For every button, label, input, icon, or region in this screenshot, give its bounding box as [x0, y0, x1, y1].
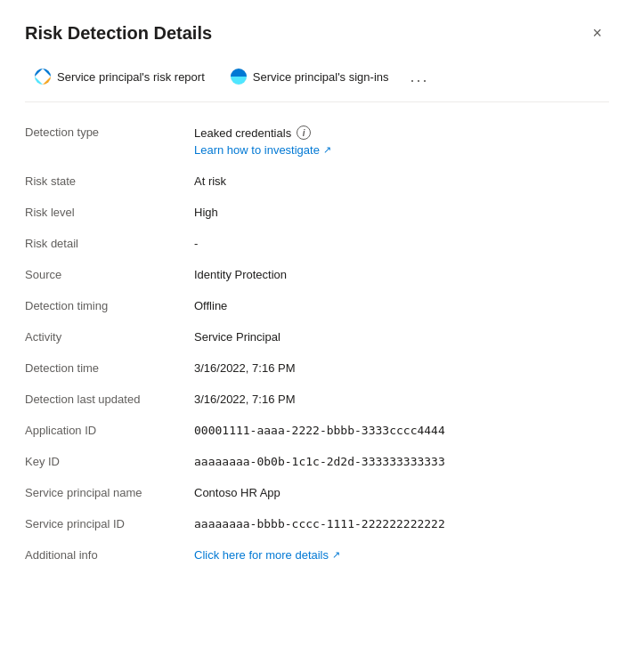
additional-info-external-icon: ↗ — [332, 549, 340, 561]
close-button[interactable]: × — [585, 21, 609, 45]
application-id-value: 00001111-aaaa-2222-bbbb-3333cccc4444 — [194, 415, 609, 446]
risk-level-label: Risk level — [25, 197, 194, 228]
risk-report-label: Service principal's risk report — [57, 70, 205, 84]
source-label: Source — [25, 259, 194, 290]
signins-label: Service principal's sign-ins — [253, 70, 389, 84]
detection-type-label: Detection type — [25, 117, 194, 148]
additional-info-label: Additional info — [25, 539, 194, 571]
service-principal-name-label: Service principal name — [25, 477, 194, 508]
service-principal-id-label: Service principal ID — [25, 508, 194, 539]
more-button[interactable]: ... — [405, 65, 435, 88]
risk-detail-label: Risk detail — [25, 228, 194, 259]
click-more-details-link[interactable]: Click here for more details ↗ — [194, 548, 609, 562]
detection-type-value: Leaked credentials i Learn how to invest… — [194, 117, 609, 166]
risk-state-value: At risk — [194, 166, 609, 197]
activity-value: Service Principal — [194, 321, 609, 352]
risk-report-link[interactable]: Service principal's risk report — [25, 62, 214, 91]
details-grid: Detection type Leaked credentials i Lear… — [25, 117, 609, 571]
info-icon[interactable]: i — [297, 125, 311, 140]
risk-state-label: Risk state — [25, 166, 194, 197]
activity-label: Activity — [25, 321, 194, 352]
key-id-value: aaaaaaaa-0b0b-1c1c-2d2d-333333333333 — [194, 446, 609, 477]
detection-time-value: 3/16/2022, 7:16 PM — [194, 352, 609, 384]
risk-detail-value: - — [194, 228, 609, 259]
detection-time-label: Detection time — [25, 352, 194, 384]
signins-icon — [230, 68, 248, 85]
application-id-label: Application ID — [25, 415, 194, 446]
risk-level-value: High — [194, 197, 609, 228]
risk-detection-panel: Risk Detection Details × Service princip… — [0, 0, 634, 672]
service-principal-id-value: aaaaaaaa-bbbb-cccc-1111-222222222222 — [194, 508, 609, 539]
panel-title: Risk Detection Details — [25, 23, 212, 44]
additional-info-value: Click here for more details ↗ — [194, 539, 609, 571]
panel-header: Risk Detection Details × — [25, 21, 609, 45]
toolbar: Service principal's risk report Service … — [25, 62, 609, 102]
detection-timing-label: Detection timing — [25, 290, 194, 321]
service-principal-name-value: Contoso HR App — [194, 477, 609, 508]
detection-last-updated-label: Detection last updated — [25, 384, 194, 415]
source-value: Identity Protection — [194, 259, 609, 290]
signins-link[interactable]: Service principal's sign-ins — [221, 62, 398, 91]
detection-last-updated-value: 3/16/2022, 7:16 PM — [194, 384, 609, 415]
learn-how-text: Learn how to investigate — [194, 143, 320, 157]
external-link-icon: ↗ — [323, 144, 331, 156]
key-id-label: Key ID — [25, 446, 194, 477]
learn-how-link[interactable]: Learn how to investigate ↗ — [194, 143, 609, 157]
detection-timing-value: Offline — [194, 290, 609, 321]
risk-report-icon — [34, 68, 52, 85]
click-more-details-text: Click here for more details — [194, 548, 329, 562]
leaked-credentials-text: Leaked credentials — [194, 126, 291, 140]
